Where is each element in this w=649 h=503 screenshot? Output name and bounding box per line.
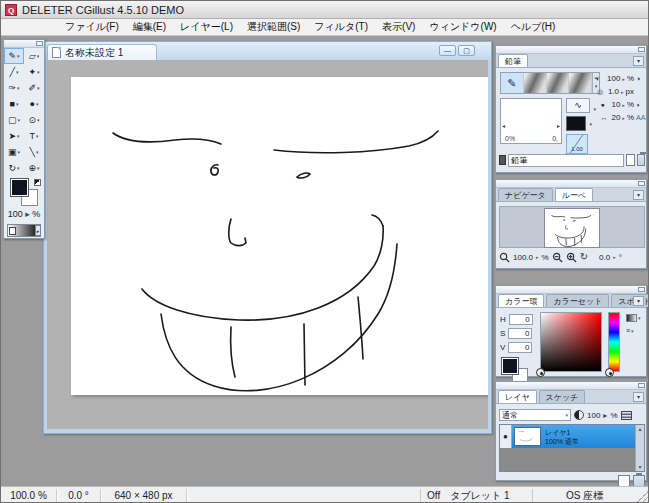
status-zoom[interactable]: 100.0 %	[1, 489, 57, 503]
tab-pencil[interactable]: 鉛筆	[498, 54, 528, 67]
chevron-down-icon[interactable]: ▾	[37, 53, 40, 59]
menu-help[interactable]: ヘルプ(H)	[505, 19, 562, 35]
layer-opacity-value[interactable]: 100	[587, 411, 600, 420]
spinner-icon[interactable]: ▸	[25, 209, 30, 219]
value[interactable]: 20	[611, 113, 620, 122]
brush-preset[interactable]	[524, 73, 547, 93]
status-tablet[interactable]: Off タブレット 1	[420, 489, 532, 503]
menu-window[interactable]: ウィンドウ(W)	[423, 19, 502, 35]
tool-pen[interactable]: ╱▾	[4, 64, 24, 80]
sv-marker[interactable]	[536, 368, 545, 377]
brush-size-row[interactable]: ◎ 1.0 ▸ px	[596, 85, 646, 98]
menu-file[interactable]: ファイル(F)	[59, 19, 125, 35]
menu-select[interactable]: 選択範囲(S)	[241, 19, 306, 35]
menu-filter[interactable]: フィルタ(T)	[308, 19, 374, 35]
v-value-input[interactable]: 0	[508, 342, 532, 353]
tool-text[interactable]: T▾	[24, 128, 44, 144]
tool-ink-brush[interactable]: ✑▾	[4, 80, 24, 96]
collapse-button[interactable]	[638, 181, 645, 186]
list-mode-button[interactable]: ≡▾	[626, 327, 646, 334]
palette-menu-button[interactable]: ▾	[633, 56, 644, 66]
tool-shape[interactable]: ●▾	[24, 96, 44, 112]
palette-menu-button[interactable]: ▾	[633, 190, 644, 200]
tool-select-rect[interactable]: ▢▾	[4, 112, 24, 128]
status-angle[interactable]: 0.0 °	[57, 489, 101, 503]
layer-scrollbar[interactable]: ▲ ▼	[635, 425, 644, 471]
chevron-down-icon[interactable]: ▾	[37, 165, 40, 171]
chevron-down-icon[interactable]: ▾	[37, 117, 40, 123]
gradient-marker[interactable]	[9, 227, 16, 235]
left-arrow-icon[interactable]: ◂	[502, 122, 505, 129]
menu-view[interactable]: 表示(V)	[376, 19, 421, 35]
spinner-icon[interactable]: ▸	[622, 115, 625, 121]
brush-preset[interactable]	[547, 73, 570, 93]
chevron-down-icon[interactable]: ▾	[589, 121, 592, 127]
tab-color-wheel[interactable]: カラー環	[498, 294, 544, 307]
chevron-down-icon[interactable]: ▾	[37, 85, 40, 91]
scroll-down-icon[interactable]: ▼	[636, 464, 644, 470]
tool-marker[interactable]: ✐▾	[24, 80, 44, 96]
antialias-icon[interactable]: AA	[636, 114, 646, 121]
spinner-icon[interactable]: ▸	[613, 254, 616, 260]
tool-palette-header[interactable]	[4, 40, 44, 48]
reset-colors-icon[interactable]	[34, 179, 41, 186]
chevron-down-icon[interactable]: ▾	[36, 133, 39, 139]
tool-eyedropper[interactable]: ╲▾	[24, 144, 44, 160]
scroll-up-icon[interactable]: ▲	[636, 426, 644, 432]
brush-tip-button[interactable]: ▾	[566, 116, 586, 131]
spinner-icon[interactable]: ▸	[622, 76, 625, 82]
s-value-input[interactable]: 0	[508, 328, 532, 339]
menu-edit[interactable]: 編集(E)	[127, 19, 172, 35]
foreground-color-swatch[interactable]	[502, 358, 518, 374]
tab-sketch[interactable]: スケッチ	[539, 390, 586, 403]
drawing-canvas[interactable]	[71, 77, 488, 395]
chevron-down-icon[interactable]: ▾	[37, 69, 40, 75]
chevron-down-icon[interactable]: ▾	[18, 117, 21, 123]
eye-icon[interactable]: ●	[500, 425, 512, 448]
trash-icon[interactable]	[637, 154, 645, 166]
chevron-down-icon[interactable]: ▾	[36, 101, 39, 107]
brush-palette-header[interactable]	[496, 46, 646, 54]
layer-thumbnail[interactable]	[514, 427, 541, 446]
status-coordinate-mode[interactable]: OS 座標	[532, 489, 636, 503]
chevron-down-icon[interactable]: ▾	[16, 69, 19, 75]
brush-opacity-row[interactable]: ◐ 100 ▸ % ◑	[596, 72, 646, 85]
stroke-curve-button[interactable]: ∿▾	[566, 98, 590, 113]
gradient-handle[interactable]: ▸	[35, 225, 41, 236]
tone-gradient-slider[interactable]: ▸	[7, 224, 41, 237]
brush-spacing-row[interactable]: ↔ 20 ▸ % AA	[596, 111, 646, 124]
preview-right-value[interactable]: 0,	[552, 135, 558, 142]
blend-mode-select[interactable]: 通常 ▾	[499, 409, 571, 421]
value[interactable]: 10	[611, 100, 620, 109]
tool-eraser[interactable]: ▱▾	[24, 48, 44, 64]
brush-name-input[interactable]	[508, 154, 624, 167]
spinner-icon[interactable]: ▸	[536, 254, 539, 260]
layers-palette-header[interactable]	[496, 382, 646, 390]
chevron-down-icon[interactable]: ▾	[17, 165, 20, 171]
color-palette-header[interactable]	[496, 286, 646, 294]
spinner-icon[interactable]: ▸	[621, 89, 624, 95]
zoom-in-icon[interactable]	[566, 252, 577, 263]
resize-grip[interactable]	[636, 489, 649, 503]
tab-navigator[interactable]: ナビゲータ	[498, 188, 553, 201]
palette-menu-button[interactable]: ▾	[633, 296, 644, 306]
collapse-button[interactable]	[36, 41, 43, 46]
tool-pencil[interactable]: ✎▾	[4, 48, 24, 64]
collapse-button[interactable]	[638, 47, 645, 52]
new-brush-icon[interactable]	[626, 154, 634, 166]
chevron-down-icon[interactable]: ▾	[16, 101, 19, 107]
tool-magnifier[interactable]: ⊙▾	[24, 112, 44, 128]
chevron-down-icon[interactable]: ▾	[18, 149, 21, 155]
spinner-icon[interactable]: ▸	[603, 411, 607, 420]
chevron-down-icon[interactable]: ▾	[17, 133, 20, 139]
saturation-value-picker[interactable]	[540, 312, 602, 372]
tool-fill[interactable]: ■▾	[4, 96, 24, 112]
hue-slider[interactable]	[608, 312, 620, 372]
layer-row[interactable]: ● レイヤ1 100% 通常	[500, 425, 637, 448]
pressure-curve-button[interactable]: 1.00	[566, 134, 588, 154]
collapse-button[interactable]	[638, 383, 645, 388]
doc-maximize-button[interactable]: ▢	[458, 45, 475, 56]
tab-loupe[interactable]: ルーペ	[555, 188, 593, 201]
hue-marker[interactable]	[605, 368, 614, 377]
chevron-down-icon[interactable]: ▾	[36, 149, 39, 155]
